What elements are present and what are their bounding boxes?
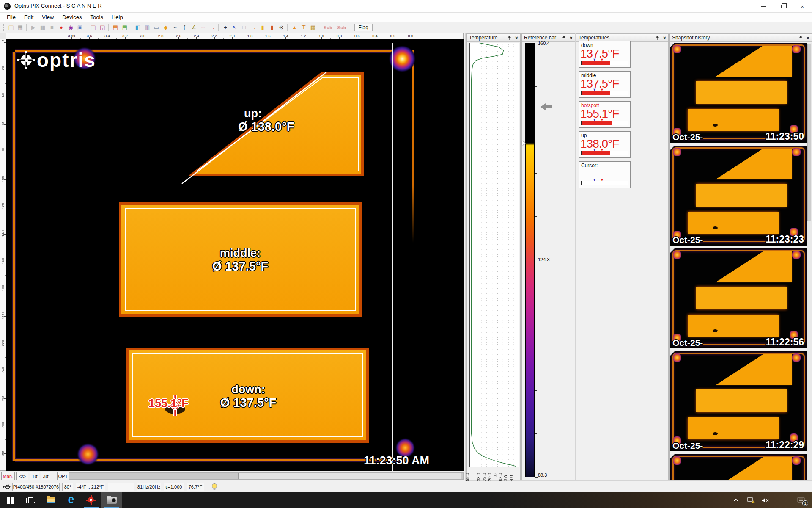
readout-bar: ▼▼ xyxy=(581,61,628,65)
dots-icon[interactable]: ···· xyxy=(198,23,207,32)
menu-devices[interactable]: Devices xyxy=(58,13,86,21)
volume-button[interactable] xyxy=(761,495,770,505)
temperature-readout-middle[interactable]: middle137.5°F▼▼ xyxy=(579,71,631,98)
palette-1-icon[interactable]: ▤ xyxy=(111,23,119,32)
bulb-icon[interactable] xyxy=(211,483,217,491)
snapshot-middle-shape xyxy=(696,81,787,104)
save-icon[interactable]: ▦ xyxy=(16,23,24,32)
range-bar-2-icon[interactable]: ▮ xyxy=(267,23,276,32)
ruler-tick xyxy=(4,371,6,371)
network-status-button[interactable] xyxy=(746,495,755,505)
tool-icon[interactable]: ⊤ xyxy=(299,23,307,32)
open-file-icon[interactable]: ◰ xyxy=(6,23,15,32)
profile-icon[interactable]: ~ xyxy=(170,23,179,32)
sub-1-button[interactable]: Sub xyxy=(322,25,334,30)
menu-help[interactable]: Help xyxy=(107,13,127,21)
snapshot-time: 11:23:23 xyxy=(765,234,804,245)
range-move-arrow-icon[interactable] xyxy=(540,103,552,110)
slope-icon[interactable]: ∠ xyxy=(189,23,198,32)
flame-icon[interactable]: ▲ xyxy=(290,23,298,32)
snapshot-thumbnail-3[interactable]: Oct-25-11:22:56 xyxy=(670,248,807,348)
display-window-1-icon[interactable]: ◱ xyxy=(88,23,97,32)
horizontal-scrollbar-thumb[interactable] xyxy=(238,473,461,479)
action-center-button[interactable]: 1 xyxy=(797,495,806,505)
goto-arrow-icon[interactable]: → xyxy=(208,23,216,32)
snapshot-date: Oct-25- xyxy=(672,441,703,451)
temperature-graph-header[interactable]: Temperature ... × xyxy=(467,34,520,42)
sub-2-button[interactable]: Sub xyxy=(336,25,348,30)
temperature-readout-up[interactable]: up138.0°F▼▼ xyxy=(579,131,631,158)
pause-icon[interactable]: ▮▮ xyxy=(38,23,47,32)
snapshot-scrollbar[interactable] xyxy=(807,43,812,480)
stop-icon[interactable]: ■ xyxy=(47,23,56,32)
range-bar-1-icon[interactable]: ▮ xyxy=(258,23,266,32)
play-icon[interactable]: ▶ xyxy=(29,23,37,32)
optris-app-button[interactable] xyxy=(81,492,102,508)
viewer-mode-button-opt[interactable]: OPT xyxy=(57,472,69,480)
panel-close-icon[interactable]: × xyxy=(663,35,666,41)
camera-app-button[interactable] xyxy=(102,492,122,508)
readout-label: Cursor: xyxy=(581,163,598,168)
readout-bar: ▼▼ xyxy=(581,91,628,95)
internet-explorer-button[interactable]: e xyxy=(61,492,81,508)
zoom-fit-icon[interactable]: ↖ xyxy=(230,23,239,32)
snapshot-history-panel: Snapshot history × Oct-25-11:23:50Oct-25… xyxy=(669,33,812,480)
snapshot-icon[interactable]: ◉ xyxy=(66,23,74,32)
record-icon[interactable]: ● xyxy=(57,23,65,32)
reference-max-marker[interactable] xyxy=(522,141,526,145)
pan-icon[interactable]: □ xyxy=(239,23,248,32)
copy-icon[interactable]: ▣ xyxy=(75,23,84,32)
close-button[interactable]: × xyxy=(793,0,812,13)
notification-badge: 1 xyxy=(802,500,808,506)
panel-pin-icon[interactable] xyxy=(655,35,660,40)
file-explorer-button[interactable] xyxy=(41,492,61,508)
panel-close-icon[interactable]: × xyxy=(515,35,518,41)
snapshot-thumbnail-2[interactable]: Oct-25-11:23:23 xyxy=(670,146,807,246)
flag-button[interactable]: Flag xyxy=(354,24,373,31)
viewer-mode-button-[interactable]: </> xyxy=(16,472,28,480)
range-arrow-icon[interactable]: → xyxy=(249,23,257,32)
reference-color-bar[interactable] xyxy=(525,43,535,477)
brace-icon[interactable]: { xyxy=(180,23,188,32)
temperature-readout-hotspott[interactable]: hotspott155.1°F▼▼ xyxy=(579,101,631,128)
display-window-2-icon[interactable]: ◲ xyxy=(98,23,106,32)
status-separator xyxy=(208,483,208,491)
minimize-button[interactable] xyxy=(754,0,773,13)
snapshot-scrollbar-thumb[interactable] xyxy=(807,44,811,221)
measure-colors-icon[interactable]: ◧ xyxy=(133,23,142,32)
thermal-image[interactable]: optris up: Ø 138.0°F middle: Ø 137.5°F d… xyxy=(6,39,464,471)
hotspot-marker-icon[interactable]: ◆ xyxy=(161,23,170,32)
config-icon[interactable]: ▩ xyxy=(308,23,317,32)
viewer-mode-button-3[interactable]: 3σ xyxy=(41,472,50,480)
panel-pin-icon[interactable] xyxy=(562,35,566,40)
viewer-mode-button-1[interactable]: 1σ xyxy=(30,472,39,480)
snapshot-thumbnail-1[interactable]: Oct-25-11:23:50 xyxy=(670,43,807,143)
menu-edit[interactable]: Edit xyxy=(20,13,38,21)
viewer-mode-button-man[interactable]: Man. xyxy=(1,472,15,480)
task-view-button[interactable] xyxy=(20,492,41,508)
menu-file[interactable]: File xyxy=(3,13,20,21)
panel-pin-icon[interactable] xyxy=(798,35,803,40)
menu-view[interactable]: View xyxy=(38,13,58,21)
ruler-tick xyxy=(4,97,6,97)
panel-close-icon[interactable]: × xyxy=(569,35,573,41)
snapshot-history-header[interactable]: Snapshot history × xyxy=(670,34,812,42)
start-button[interactable] xyxy=(0,492,20,508)
calibrate-icon[interactable]: ⊗ xyxy=(277,23,285,32)
palette-2-icon[interactable]: ▤ xyxy=(120,23,129,32)
temperature-readout-cursor[interactable]: Cursor:▼▼ xyxy=(579,161,631,188)
snapshot-thumbnail-5[interactable] xyxy=(670,454,807,480)
snapshot-time: 11:22:29 xyxy=(765,439,804,451)
panel-pin-icon[interactable] xyxy=(507,35,512,40)
temperature-readout-down[interactable]: down137.5°F▼▼ xyxy=(579,41,631,68)
horizontal-scrollbar[interactable] xyxy=(66,472,464,480)
display-mode-icon[interactable]: ▭ xyxy=(152,23,160,32)
position-ruler-label: 0 xyxy=(1,39,5,41)
hand-tool-icon[interactable]: + xyxy=(221,23,229,32)
tray-expand-button[interactable] xyxy=(731,495,741,505)
histogram-icon[interactable]: ▥ xyxy=(143,23,151,32)
restore-button[interactable] xyxy=(773,0,793,13)
panel-close-icon[interactable]: × xyxy=(806,35,809,41)
menu-tools[interactable]: Tools xyxy=(86,13,107,21)
snapshot-thumbnail-4[interactable]: Oct-25-11:22:29 xyxy=(670,351,807,451)
